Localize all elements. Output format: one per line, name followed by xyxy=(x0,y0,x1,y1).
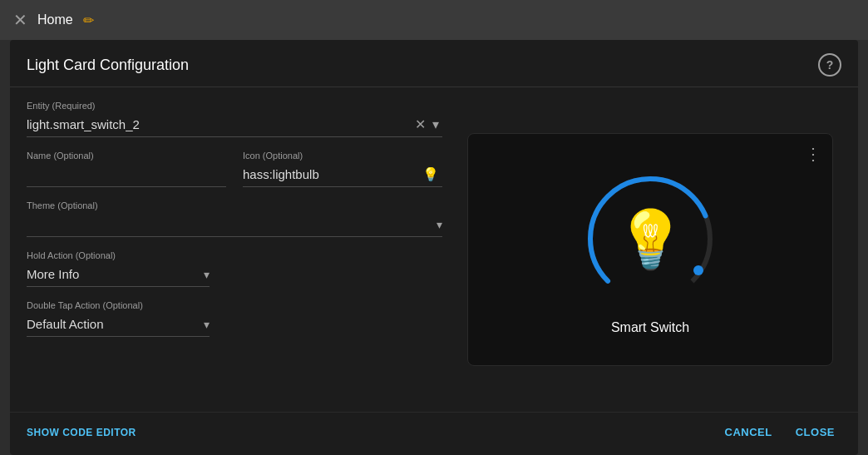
hold-action-chevron-icon: ▾ xyxy=(204,268,210,281)
hold-action-label: Hold Action (Optional) xyxy=(27,250,210,260)
dialog-header: Light Card Configuration ? xyxy=(10,40,858,87)
svg-point-1 xyxy=(575,164,725,314)
icon-input[interactable] xyxy=(243,166,419,183)
svg-point-0 xyxy=(575,164,725,314)
help-button[interactable]: ? xyxy=(818,53,841,77)
theme-label: Theme (Optional) xyxy=(27,200,442,210)
top-bar: ✕ Home ✏ xyxy=(0,0,868,40)
icon-input-row: 💡 xyxy=(243,166,442,187)
hold-action-select-row: More Info Toggle Call Service Navigate N… xyxy=(27,265,210,287)
entity-label: Entity (Required) xyxy=(27,101,442,111)
icon-indicator: 💡 xyxy=(419,166,442,182)
light-visual: 💡 xyxy=(575,164,725,314)
name-label: Name (Optional) xyxy=(27,151,226,161)
hold-action-select[interactable]: More Info Toggle Call Service Navigate N… xyxy=(27,265,204,283)
name-field-group: Name (Optional) xyxy=(27,151,226,187)
name-input[interactable] xyxy=(27,166,226,183)
entity-input[interactable] xyxy=(27,116,412,133)
topbar-close-icon[interactable]: ✕ xyxy=(13,10,27,30)
close-button[interactable]: CLOSE xyxy=(789,421,841,443)
footer-actions: CANCEL CLOSE xyxy=(718,421,841,443)
entity-dropdown-icon[interactable]: ▾ xyxy=(429,116,442,132)
double-tap-select[interactable]: Default Action More Info Toggle None xyxy=(27,315,204,333)
double-tap-select-row: Default Action More Info Toggle None ▾ xyxy=(27,315,210,337)
topbar-title: Home xyxy=(37,12,73,27)
dialog: Light Card Configuration ? Entity (Requi… xyxy=(10,40,858,455)
dialog-title: Light Card Configuration xyxy=(27,57,189,74)
entity-input-row: ✕ ▾ xyxy=(27,116,442,137)
cancel-button[interactable]: CANCEL xyxy=(718,421,779,443)
light-card: ⋮ 💡 Smart Switch xyxy=(467,133,833,366)
form-panel: Entity (Required) ✕ ▾ Name (Optional) Ic… xyxy=(27,101,442,398)
topbar-edit-icon[interactable]: ✏ xyxy=(83,12,94,28)
entity-clear-icon[interactable]: ✕ xyxy=(412,116,429,132)
double-tap-chevron-icon: ▾ xyxy=(204,318,210,331)
preview-panel: ⋮ 💡 Smart Switch xyxy=(459,101,841,398)
theme-field-group: Theme (Optional) ▾ xyxy=(27,200,442,237)
svg-point-2 xyxy=(693,265,703,275)
theme-select-row: ▾ xyxy=(27,215,442,237)
icon-field-group: Icon (Optional) 💡 xyxy=(243,151,442,187)
hold-action-group: Hold Action (Optional) More Info Toggle … xyxy=(27,250,210,287)
dialog-body: Entity (Required) ✕ ▾ Name (Optional) Ic… xyxy=(10,87,858,412)
theme-select[interactable] xyxy=(27,215,436,233)
double-tap-label: Double Tap Action (Optional) xyxy=(27,300,210,310)
icon-label: Icon (Optional) xyxy=(243,151,442,161)
name-input-row xyxy=(27,166,226,187)
theme-chevron-icon: ▾ xyxy=(436,218,442,231)
card-menu-icon[interactable]: ⋮ xyxy=(805,144,822,164)
show-code-editor-button[interactable]: SHOW CODE EDITOR xyxy=(27,427,136,438)
entity-field-group: Entity (Required) ✕ ▾ xyxy=(27,101,442,137)
double-tap-group: Double Tap Action (Optional) Default Act… xyxy=(27,300,210,337)
dialog-footer: SHOW CODE EDITOR CANCEL CLOSE xyxy=(10,412,858,455)
name-icon-row: Name (Optional) Icon (Optional) 💡 xyxy=(27,151,442,187)
light-arc-svg xyxy=(575,164,725,314)
card-name: Smart Switch xyxy=(611,320,689,335)
